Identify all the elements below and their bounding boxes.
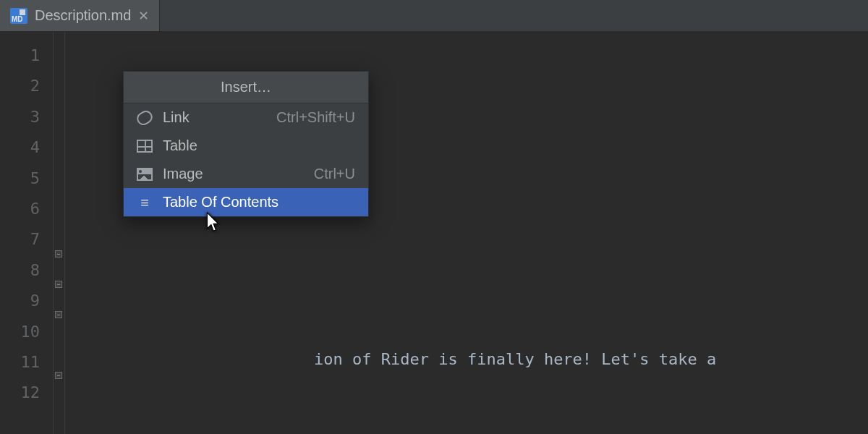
tab-label: Description.md	[35, 7, 131, 24]
tab-description-md[interactable]: Description.md ✕	[0, 0, 160, 31]
menu-title: Insert…	[124, 72, 368, 103]
menu-item-label: Link	[163, 109, 266, 126]
code-text: ion of Rider is finally here! Let's take…	[314, 350, 726, 368]
fold-toggle-icon[interactable]	[55, 372, 62, 379]
menu-item-image[interactable]: Image Ctrl+U	[124, 160, 368, 188]
fold-toggle-icon[interactable]	[55, 250, 62, 258]
insert-menu: Insert… Link Ctrl+Shift+U Table Image Ct…	[123, 71, 369, 217]
close-icon[interactable]: ✕	[138, 8, 149, 24]
line-number: 2	[0, 71, 53, 101]
menu-item-shortcut: Ctrl+U	[314, 166, 355, 182]
menu-item-table[interactable]: Table	[124, 132, 368, 160]
image-icon	[137, 168, 153, 181]
menu-item-link[interactable]: Link Ctrl+Shift+U	[124, 103, 368, 132]
line-number: 4	[0, 132, 53, 163]
link-icon	[137, 111, 153, 124]
line-number: 9	[0, 286, 53, 316]
line-number: 8	[0, 255, 53, 286]
fold-toggle-icon[interactable]	[55, 311, 62, 318]
menu-item-toc[interactable]: Table Of Contents	[124, 188, 368, 216]
menu-item-label: Table	[163, 137, 345, 154]
line-number: 3	[0, 102, 53, 132]
table-icon	[137, 140, 153, 153]
fold-strip	[54, 32, 65, 434]
line-number: 7	[0, 224, 53, 255]
tab-bar: Description.md ✕	[0, 0, 868, 32]
line-number: 11	[0, 347, 53, 378]
menu-item-label: Image	[163, 166, 304, 182]
line-number: 6	[0, 194, 53, 224]
menu-item-shortcut: Ctrl+Shift+U	[276, 109, 355, 126]
fold-toggle-icon[interactable]	[55, 281, 62, 288]
list-icon	[137, 196, 153, 209]
line-number: 5	[0, 163, 53, 194]
markdown-file-icon	[10, 8, 27, 24]
line-number: 12	[0, 378, 53, 408]
menu-item-label: Table Of Contents	[163, 194, 345, 210]
line-number-gutter: 1 2 3 4 5 6 7 8 9 10 11 12	[0, 32, 54, 434]
line-number: 1	[0, 41, 53, 71]
line-number: 10	[0, 317, 53, 347]
